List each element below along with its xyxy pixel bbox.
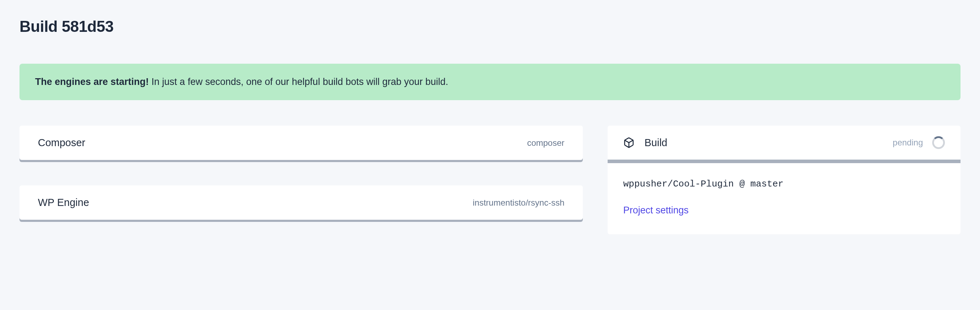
alert-text: The engines are starting! In just a few … [35,76,945,87]
spinner-icon [932,136,945,149]
step-meta: composer [527,138,565,148]
repo-info: wppusher/Cool-Plugin @ master [623,179,945,189]
status-badge: pending [893,138,923,147]
step-card-wpengine[interactable]: WP Engine instrumentisto/rsync-ssh [19,185,583,220]
alert-bold: The engines are starting! [35,76,149,87]
build-title: Build [644,137,668,149]
build-header-right: pending [893,136,945,149]
step-meta: instrumentisto/rsync-ssh [473,198,565,208]
step-name: Composer [38,137,85,149]
build-header-left: Build [623,137,668,149]
project-settings-link[interactable]: Project settings [623,205,689,215]
build-card: Build pending wppusher/Cool-Plugin @ mas… [608,126,961,234]
card-header: WP Engine instrumentisto/rsync-ssh [19,185,583,220]
step-card-composer[interactable]: Composer composer [19,126,583,160]
build-header: Build pending [608,126,961,163]
step-name: WP Engine [38,197,89,209]
content-row: Composer composer WP Engine instrumentis… [19,126,961,234]
page-title: Build 581d53 [19,18,961,35]
build-column: Build pending wppusher/Cool-Plugin @ mas… [608,126,961,234]
status-alert: The engines are starting! In just a few … [19,64,961,100]
alert-rest: In just a few seconds, one of our helpfu… [149,76,448,87]
steps-column: Composer composer WP Engine instrumentis… [19,126,583,234]
card-header: Composer composer [19,126,583,160]
cube-icon [623,137,635,148]
build-body: wppusher/Cool-Plugin @ master Project se… [608,163,961,234]
